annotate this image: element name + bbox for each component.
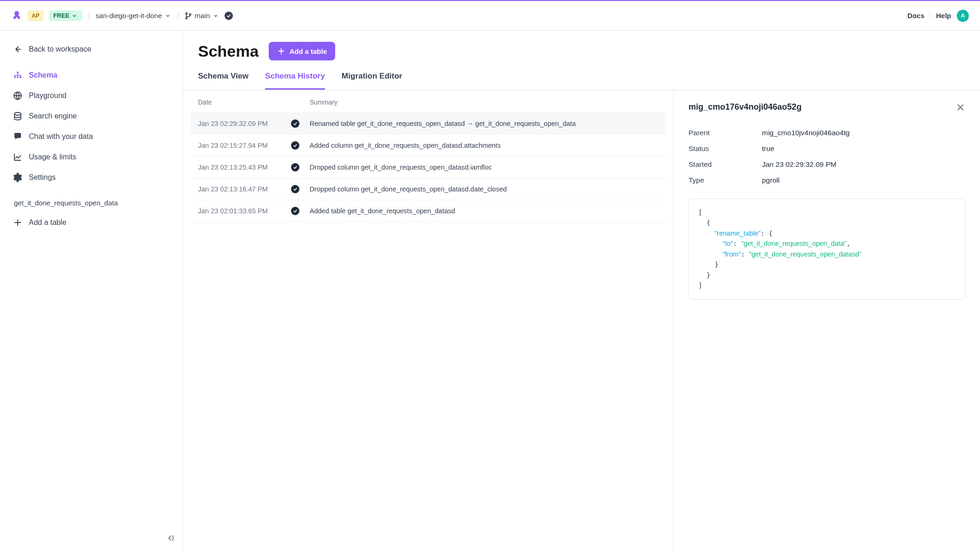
docs-link[interactable]: Docs <box>907 12 925 20</box>
project-selector[interactable]: san-diego-get-it-done <box>96 12 172 20</box>
avatar[interactable]: A <box>957 10 969 22</box>
row-summary: Added column get_it_done_requests_open_d… <box>310 142 658 149</box>
chevron-down-icon <box>212 13 219 19</box>
arrow-left-icon <box>13 45 22 54</box>
sidebar-item-chat[interactable]: Chat with your data <box>0 126 183 147</box>
chart-icon <box>13 152 22 162</box>
tabs: Schema View Schema History Migration Edi… <box>183 60 980 90</box>
playground-icon <box>13 91 22 100</box>
tab-schema-history[interactable]: Schema History <box>265 72 325 90</box>
branch-selector[interactable]: main <box>185 12 219 20</box>
git-branch-icon <box>185 12 192 20</box>
svg-point-3 <box>17 72 19 73</box>
main-content: Schema Add a table Schema View Schema Hi… <box>183 31 980 552</box>
meta-row: Typepgroll <box>689 172 965 188</box>
svg-point-6 <box>20 76 21 78</box>
plan-label: FREE <box>53 12 70 19</box>
history-row[interactable]: Jan 23 02:01:33.65 PMAdded table get_it_… <box>191 200 666 222</box>
row-summary: Added table get_it_done_requests_open_da… <box>310 207 658 215</box>
chat-icon <box>13 132 22 141</box>
tab-migration-editor[interactable]: Migration Editor <box>342 72 402 90</box>
top-bar: AP FREE / san-diego-get-it-done / main D… <box>0 0 980 31</box>
sidebar-item-label: Search engine <box>29 112 77 120</box>
add-table-label: Add a table <box>29 218 66 227</box>
sidebar-item-label: Usage & limits <box>29 153 76 161</box>
add-table-sidebar[interactable]: Add a table <box>0 212 183 233</box>
migration-id: mig_cmo176v4noji046ao52g <box>689 102 801 112</box>
meta-value: mig_cmo10jv4noji046ao4tg <box>762 129 850 137</box>
sidebar-item-usage[interactable]: Usage & limits <box>0 147 183 167</box>
add-table-button-label: Add a table <box>289 47 327 55</box>
sidebar-item-schema[interactable]: Schema <box>0 65 183 85</box>
migration-detail-panel: mig_cmo176v4noji046ao52g Parentmig_cmo10… <box>673 90 980 552</box>
status-success-icon <box>291 119 299 128</box>
meta-value: pgroll <box>762 176 780 184</box>
svg-point-5 <box>17 76 19 78</box>
breadcrumb-separator: / <box>177 12 179 20</box>
plus-icon <box>13 218 22 227</box>
history-header: Date Summary <box>191 90 666 112</box>
branch-name: main <box>195 12 210 20</box>
add-table-button[interactable]: Add a table <box>269 42 335 60</box>
user-badge: AP <box>28 11 43 21</box>
status-success-icon <box>291 185 299 193</box>
close-icon[interactable] <box>956 103 965 112</box>
meta-value: true <box>762 145 775 153</box>
row-date: Jan 23 02:15:27.94 PM <box>198 142 291 149</box>
project-name: san-diego-get-it-done <box>96 12 162 20</box>
row-date: Jan 23 02:29:32.09 PM <box>198 120 291 127</box>
svg-point-2 <box>189 13 191 15</box>
plus-icon <box>277 47 285 55</box>
sidebar-item-label: Chat with your data <box>29 132 93 141</box>
status-success-icon <box>291 163 299 171</box>
meta-label: Type <box>689 176 762 184</box>
back-label: Back to workspace <box>29 45 91 53</box>
history-row[interactable]: Jan 23 02:13:16.47 PMDropped column get_… <box>191 178 666 200</box>
sidebar-item-label: Playground <box>29 92 66 100</box>
col-header-summary: Summary <box>310 99 658 106</box>
sidebar: Back to workspace Schema Playground Sear… <box>0 31 183 552</box>
meta-label: Started <box>689 160 762 169</box>
meta-label: Status <box>689 145 762 153</box>
migration-json: [ { "rename_table": { "to": "get_it_done… <box>689 198 965 300</box>
sidebar-item-label: Schema <box>29 71 57 79</box>
col-header-date: Date <box>198 99 291 106</box>
divider <box>930 12 930 20</box>
row-date: Jan 23 02:01:33.65 PM <box>198 207 291 215</box>
breadcrumb-separator: / <box>88 12 90 20</box>
svg-point-8 <box>14 112 21 115</box>
row-date: Jan 23 02:13:25.43 PM <box>198 164 291 171</box>
row-date: Jan 23 02:13:16.47 PM <box>198 185 291 193</box>
status-success-icon <box>291 207 299 215</box>
svg-point-4 <box>14 76 16 78</box>
history-table: Date Summary Jan 23 02:29:32.09 PMRename… <box>183 90 673 552</box>
sidebar-item-playground[interactable]: Playground <box>0 85 183 106</box>
search-engine-icon <box>13 112 22 121</box>
gear-icon <box>13 173 22 182</box>
meta-row: StartedJan 23 02:29:32.09 PM <box>689 157 965 172</box>
history-row[interactable]: Jan 23 02:29:32.09 PMRenamed table get_i… <box>191 112 666 134</box>
meta-value: Jan 23 02:29:32.09 PM <box>762 160 836 169</box>
row-summary: Dropped column get_it_done_requests_open… <box>310 164 658 171</box>
meta-row: Parentmig_cmo10jv4noji046ao4tg <box>689 125 965 141</box>
sidebar-item-search[interactable]: Search engine <box>0 106 183 126</box>
help-link[interactable]: Help <box>936 12 951 20</box>
svg-point-1 <box>185 17 187 19</box>
back-to-workspace[interactable]: Back to workspace <box>0 39 183 59</box>
logo-icon <box>11 10 22 21</box>
sidebar-item-label: Settings <box>29 173 56 182</box>
row-summary: Dropped column get_it_done_requests_open… <box>310 185 658 193</box>
collapse-sidebar-icon[interactable] <box>166 533 175 543</box>
status-ok-icon <box>225 12 233 20</box>
history-row[interactable]: Jan 23 02:15:27.94 PMAdded column get_it… <box>191 134 666 156</box>
sidebar-item-settings[interactable]: Settings <box>0 167 183 188</box>
meta-label: Parent <box>689 129 762 137</box>
chevron-down-icon <box>71 13 78 19</box>
plan-badge[interactable]: FREE <box>49 10 83 21</box>
status-success-icon <box>291 141 299 150</box>
table-entry[interactable]: get_it_done_requests_open_data <box>0 193 183 212</box>
chevron-down-icon <box>165 13 171 19</box>
history-row[interactable]: Jan 23 02:13:25.43 PMDropped column get_… <box>191 156 666 178</box>
tab-schema-view[interactable]: Schema View <box>198 72 248 90</box>
meta-row: Statustrue <box>689 141 965 157</box>
